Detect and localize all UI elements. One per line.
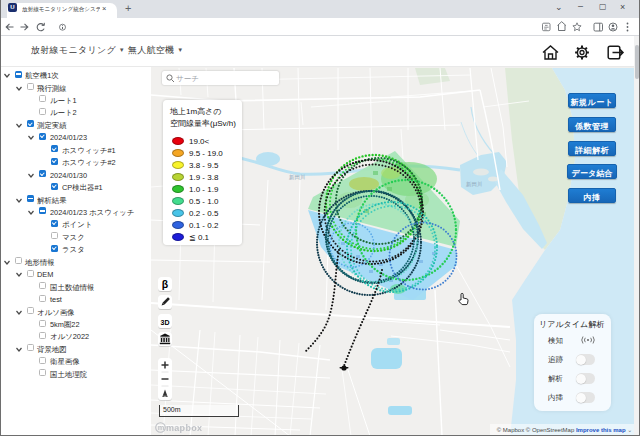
svg-text:m: m — [158, 423, 165, 432]
svg-text:新田川: 新田川 — [466, 181, 483, 187]
svg-text:β: β — [162, 278, 169, 290]
svg-text:3D: 3D — [161, 319, 170, 326]
svg-text:新田川: 新田川 — [289, 174, 306, 180]
